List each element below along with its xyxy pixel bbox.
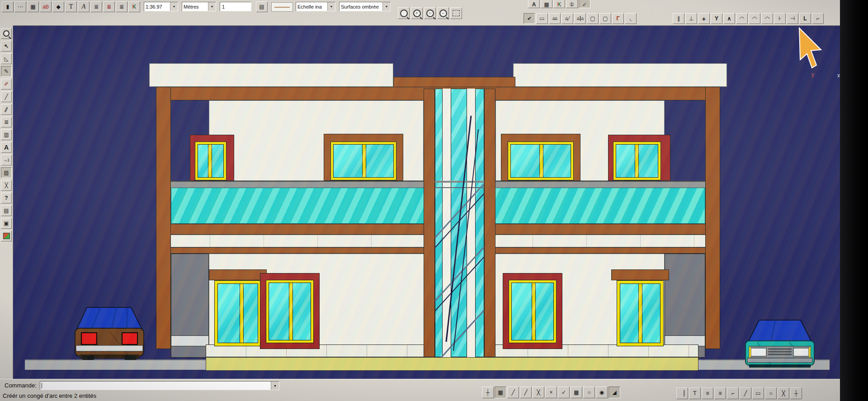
- check-icon[interactable]: ✓: [579, 0, 590, 8]
- dimension-x-icon[interactable]: ╳: [1, 180, 12, 191]
- pen-icon[interactable]: ✎: [1, 66, 12, 77]
- line-style-swatch[interactable]: [271, 2, 293, 12]
- color-k-icon[interactable]: K: [553, 0, 565, 8]
- arc-junction3-icon[interactable]: ◠: [761, 13, 773, 24]
- cube-3d-icon[interactable]: [1, 231, 12, 241]
- font-style-icon[interactable]: A: [78, 1, 90, 12]
- line-icon[interactable]: ╱: [1, 91, 12, 102]
- construction-line-icon[interactable]: ✐: [1, 79, 12, 90]
- snap-endpoint-icon[interactable]: ╱: [507, 387, 519, 398]
- window-upper-3: [501, 134, 580, 181]
- snap-dimension-icon[interactable]: ┼: [482, 387, 494, 398]
- snap-center-icon[interactable]: ◉: [596, 387, 608, 398]
- scale-factor-input[interactable]: 1: [220, 2, 251, 11]
- layers-icon[interactable]: ▤: [1, 205, 12, 216]
- command-input[interactable]: ▼: [40, 381, 279, 390]
- double-line-icon[interactable]: ∥: [1, 104, 12, 115]
- render-mode-combobox[interactable]: Echelle ina ▼: [296, 2, 335, 11]
- snap-intersection-icon[interactable]: ╳: [533, 387, 544, 398]
- measure-icon[interactable]: ?: [1, 193, 12, 203]
- chevron-down-icon[interactable]: ▼: [208, 2, 216, 11]
- sweep-icon[interactable]: ◺: [1, 53, 12, 64]
- tool-icon[interactable]: ▕: [676, 387, 688, 399]
- rotate-icon[interactable]: Δ╱: [561, 13, 573, 24]
- corner-icon[interactable]: L: [799, 13, 811, 24]
- tool-icon[interactable]: ╳: [778, 387, 789, 399]
- info-icon[interactable]: ①: [566, 0, 578, 8]
- tool-icon[interactable]: ▭: [752, 387, 764, 399]
- shading-mode-combobox[interactable]: Surfaces ombrée ▼: [339, 2, 391, 11]
- align-top-icon[interactable]: ≣: [103, 1, 115, 12]
- array-copy-icon[interactable]: ▢: [599, 13, 611, 24]
- text-icon[interactable]: A: [1, 142, 12, 153]
- chevron-down-icon[interactable]: ▼: [170, 2, 178, 11]
- copy-icon[interactable]: ▢: [587, 13, 599, 24]
- zoom-select-icon[interactable]: [1, 28, 12, 39]
- tool-icon[interactable]: ╱: [740, 387, 751, 399]
- fillet-icon[interactable]: ◟: [625, 13, 637, 24]
- table-icon[interactable]: ▦: [27, 1, 39, 12]
- snap-nearest-icon[interactable]: ×: [545, 387, 557, 398]
- zoom-in-icon[interactable]: +: [411, 7, 423, 19]
- text-tool-icon[interactable]: T: [65, 1, 77, 12]
- grid-snap-icon[interactable]: ▦: [495, 387, 506, 398]
- hatch-icon[interactable]: ▨: [1, 167, 12, 178]
- mirror-icon[interactable]: ΔΔ: [549, 13, 561, 24]
- snap-midpoint-icon[interactable]: ╱: [520, 387, 532, 398]
- chamfer-icon[interactable]: Γ: [612, 13, 624, 24]
- blocks-icon[interactable]: ▣: [1, 218, 12, 229]
- zoom-window-icon[interactable]: ▭: [424, 7, 436, 19]
- parallel-walls-icon[interactable]: ∥: [673, 13, 684, 24]
- top-toolbar: ▮ ⋯ ▦ ab ◆ T A ≣ ≣ ≣ K 1:36.97 ▼ Mètres …: [0, 0, 840, 26]
- trim-wall-icon[interactable]: ⊦: [774, 13, 786, 24]
- zoom-out-icon[interactable]: −: [437, 7, 449, 19]
- arc-junction-icon[interactable]: ◠: [736, 13, 748, 24]
- angle-junction-icon[interactable]: ∧: [723, 13, 735, 24]
- tool-icon[interactable]: ┼: [790, 387, 802, 399]
- color-wheel-icon[interactable]: K: [128, 1, 140, 12]
- cross-junction-icon[interactable]: +: [698, 13, 710, 24]
- select-arrow-icon[interactable]: ↖: [1, 41, 12, 52]
- draw-check-icon[interactable]: ✔: [524, 13, 535, 24]
- font-icon[interactable]: A: [528, 0, 540, 8]
- snap-circle-icon[interactable]: ○: [583, 387, 595, 398]
- arc-junction2-icon[interactable]: ◠: [749, 13, 760, 24]
- snap-check-icon[interactable]: ✓: [558, 387, 570, 398]
- zoom-extents-icon[interactable]: [450, 7, 462, 19]
- figures-icon[interactable]: ▥: [1, 129, 12, 140]
- tool-icon[interactable]: ≡: [702, 387, 713, 399]
- zoom-previous-icon[interactable]: [398, 7, 410, 19]
- snap-hatch-icon[interactable]: ▩: [571, 387, 582, 398]
- tool-icon[interactable]: ≡: [714, 387, 726, 399]
- window-upper-4: [608, 135, 670, 181]
- t-junction-icon[interactable]: ⊥: [685, 13, 697, 24]
- scale-combobox[interactable]: 1:36.97 ▼: [144, 2, 178, 11]
- dimension-icon[interactable]: ↔1: [1, 155, 12, 165]
- align-bottom-icon[interactable]: ≣: [116, 1, 127, 12]
- list-icon[interactable]: ▮: [2, 1, 14, 12]
- tool-icon[interactable]: T: [689, 387, 701, 399]
- copy-rect-icon[interactable]: ▭: [536, 13, 548, 24]
- chevron-down-icon[interactable]: ▼: [271, 382, 279, 390]
- spellcheck-icon[interactable]: ab: [40, 1, 52, 12]
- image-frame-icon[interactable]: ▦: [541, 0, 552, 8]
- chevron-down-icon[interactable]: ▼: [382, 2, 390, 11]
- y-junction-icon[interactable]: Y: [711, 13, 722, 24]
- left-toolbar: ↖ ◺ ✎ ✐ ╱ ∥ ≣ ▥ A ↔1 ▨ ╳ ? ▤ ▣: [0, 25, 13, 382]
- multiline-icon[interactable]: ≣: [1, 117, 12, 127]
- more-icon[interactable]: ⋯: [14, 1, 26, 12]
- style-icon[interactable]: ◆: [52, 1, 64, 12]
- units-combobox[interactable]: Mètres ▼: [182, 2, 216, 11]
- window-upper-1: [190, 135, 234, 181]
- snap-corner-icon[interactable]: ◢: [609, 387, 620, 398]
- tool-icon[interactable]: ○: [765, 387, 777, 399]
- align-justify-icon[interactable]: ≣: [90, 1, 102, 12]
- extend-wall-icon[interactable]: ⊣: [787, 13, 798, 24]
- chevron-down-icon[interactable]: ▼: [327, 2, 335, 11]
- mirror-axis-icon[interactable]: Δ┃Δ: [574, 13, 586, 24]
- layers-stack-icon[interactable]: ▤: [256, 1, 268, 12]
- drawing-canvas[interactable]: z y x: [13, 25, 840, 379]
- window-lower-right: [503, 273, 562, 349]
- tool-icon[interactable]: ⌐: [727, 387, 739, 399]
- corner2-icon[interactable]: ⌐: [812, 13, 824, 24]
